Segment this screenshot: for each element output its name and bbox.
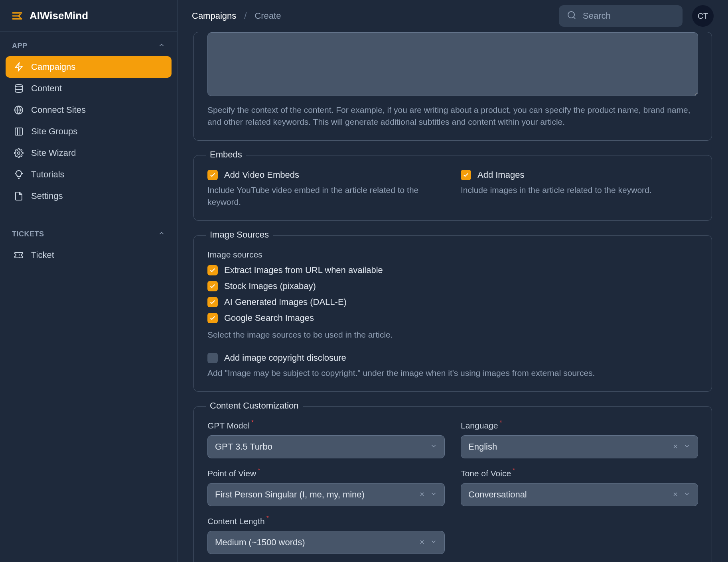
clear-icon[interactable] <box>672 489 679 500</box>
language-value: English <box>468 442 672 452</box>
add-images-desc: Include images in the article related to… <box>461 184 698 196</box>
required-indicator: * <box>266 515 269 525</box>
svg-point-4 <box>15 84 22 87</box>
columns-icon <box>14 126 24 137</box>
svg-rect-7 <box>15 128 22 135</box>
divider <box>6 219 172 219</box>
sidebar-item-campaigns[interactable]: Campaigns <box>6 56 172 78</box>
document-icon <box>14 191 24 201</box>
lightning-icon <box>14 62 24 72</box>
topbar: Campaigns / Create CT <box>178 0 728 32</box>
pov-select[interactable]: First Person Singular (I, me, my, mine) <box>207 483 445 506</box>
chevron-up-icon <box>158 230 165 239</box>
clear-icon[interactable] <box>419 489 425 500</box>
gpt-model-select[interactable]: GPT 3.5 Turbo <box>207 435 445 458</box>
source-google-checkbox[interactable] <box>207 313 218 323</box>
clear-icon[interactable] <box>672 442 679 452</box>
length-label: Content Length <box>207 517 265 526</box>
section-label: APP <box>12 42 28 50</box>
sidebar-item-label: Campaigns <box>31 62 75 72</box>
image-sources-fieldset: Image Sources Image sources Extract Imag… <box>193 235 712 392</box>
chevron-down-icon <box>430 442 437 452</box>
video-embeds-checkbox[interactable] <box>207 170 218 180</box>
sidebar-item-content[interactable]: Content <box>6 78 172 99</box>
sidebar-item-label: Tutorials <box>31 169 65 180</box>
add-images-checkbox[interactable] <box>461 170 471 180</box>
tone-label: Tone of Voice <box>461 469 511 478</box>
gear-icon <box>14 148 24 158</box>
breadcrumb-root[interactable]: Campaigns <box>192 11 236 21</box>
svg-point-10 <box>18 152 20 154</box>
globe-icon <box>14 105 24 115</box>
sidebar-item-label: Content <box>31 83 62 94</box>
sidebar-item-connect-sites[interactable]: Connect Sites <box>6 99 172 121</box>
sidebar-item-label: Site Wizard <box>31 148 76 158</box>
breadcrumb-separator: / <box>244 11 247 21</box>
search-icon <box>567 10 576 22</box>
source-extract-url-checkbox[interactable] <box>207 265 218 275</box>
source-option-label: AI Generated Images (DALL-E) <box>224 297 347 307</box>
section-header-app[interactable]: APP <box>6 41 172 56</box>
embeds-fieldset: Embeds Add Video Embeds Include YouTube … <box>193 155 712 221</box>
search-input[interactable] <box>583 11 675 21</box>
sidebar-item-settings[interactable]: Settings <box>6 185 172 207</box>
source-pixabay-checkbox[interactable] <box>207 281 218 291</box>
source-option-label: Stock Images (pixabay) <box>224 281 316 291</box>
sidebar-item-tutorials[interactable]: Tutorials <box>6 164 172 185</box>
sidebar-item-label: Ticket <box>31 250 54 260</box>
context-textarea[interactable] <box>207 32 698 96</box>
copyright-disclosure-checkbox[interactable] <box>207 353 218 363</box>
main: Campaigns / Create CT Specify the contex… <box>178 0 728 562</box>
chevron-down-icon <box>430 537 437 548</box>
pov-value: First Person Singular (I, me, my, mine) <box>215 489 419 500</box>
tone-value: Conversational <box>468 489 672 500</box>
source-option-label: Extract Images from URL when available <box>224 265 383 275</box>
chevron-down-icon <box>683 489 691 500</box>
avatar[interactable]: CT <box>692 5 714 27</box>
sidebar-item-site-groups[interactable]: Site Groups <box>6 121 172 142</box>
sidebar-item-site-wizard[interactable]: Site Wizard <box>6 142 172 164</box>
sidebar-item-label: Site Groups <box>31 126 77 137</box>
sidebar-header: AIWiseMind <box>0 0 177 32</box>
required-indicator: * <box>499 419 502 429</box>
section-label: TICKETS <box>12 230 44 238</box>
tone-select[interactable]: Conversational <box>461 483 698 506</box>
image-sources-heading: Image sources <box>207 250 698 259</box>
ticket-icon <box>14 250 24 260</box>
breadcrumb: Campaigns / Create <box>192 11 281 21</box>
sidebar-item-ticket[interactable]: Ticket <box>6 244 172 266</box>
svg-point-14 <box>568 12 574 18</box>
source-option-label: Google Search Images <box>224 313 314 323</box>
context-group: Specify the context of the content. For … <box>193 32 712 141</box>
required-indicator: * <box>513 467 515 477</box>
gpt-model-label: GPT Model <box>207 421 250 430</box>
svg-marker-3 <box>15 63 22 71</box>
search-box[interactable] <box>559 5 683 27</box>
source-dalle-checkbox[interactable] <box>207 297 218 307</box>
chevron-down-icon <box>430 489 437 500</box>
sidebar-section-app: APP Campaigns Content <box>0 32 177 211</box>
breadcrumb-current: Create <box>255 11 281 21</box>
lightbulb-icon <box>14 169 24 180</box>
copyright-desc: Add "Image may be subject to copyright."… <box>207 367 698 379</box>
sidebar: AIWiseMind APP Campaigns Content <box>0 0 178 562</box>
pov-label: Point of View <box>207 469 256 478</box>
sidebar-item-label: Settings <box>31 191 63 201</box>
image-sources-help: Select the image sources to be used in t… <box>207 329 698 341</box>
length-select[interactable]: Medium (~1500 words) <box>207 531 445 554</box>
image-sources-legend: Image Sources <box>206 230 273 240</box>
chevron-down-icon <box>683 442 691 452</box>
database-icon <box>14 83 24 94</box>
section-header-tickets[interactable]: TICKETS <box>6 230 172 244</box>
video-embeds-label: Add Video Embeds <box>224 170 299 180</box>
gpt-model-value: GPT 3.5 Turbo <box>215 442 430 452</box>
customization-legend: Content Customization <box>206 401 303 411</box>
language-select[interactable]: English <box>461 435 698 458</box>
context-help: Specify the context of the content. For … <box>207 104 698 128</box>
content: Specify the context of the content. For … <box>178 32 728 562</box>
menu-toggle-icon[interactable] <box>11 10 23 22</box>
language-label: Language <box>461 421 498 430</box>
video-embeds-desc: Include YouTube video embed in the artic… <box>207 184 445 208</box>
required-indicator: * <box>251 419 254 429</box>
clear-icon[interactable] <box>419 537 425 548</box>
